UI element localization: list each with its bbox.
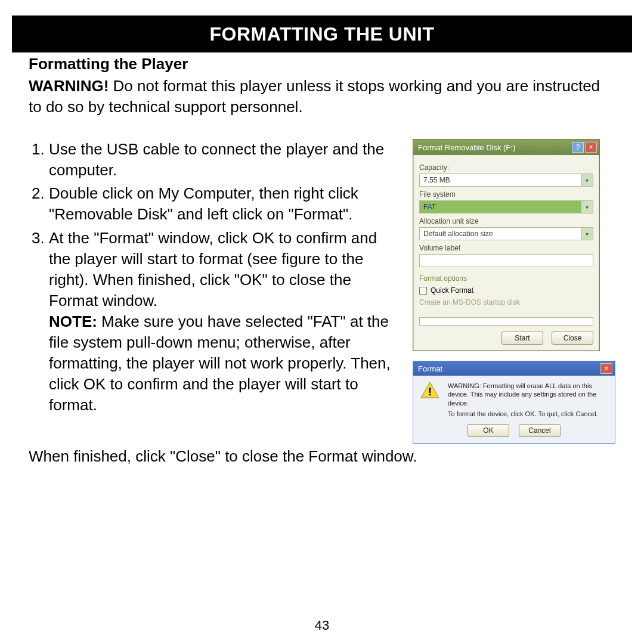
allocation-value: Default allocation size	[423, 230, 493, 238]
capacity-value: 7.55 MB	[423, 176, 450, 184]
chevron-down-icon: ▾	[581, 201, 593, 213]
warning-dialog: Format × ! WARNING: Formatting will eras…	[413, 361, 615, 444]
quick-format-label: Quick Format	[431, 286, 473, 295]
filesystem-combo[interactable]: FAT ▾	[419, 200, 593, 213]
manual-page: FORMATTING THE UNIT Formatting the Playe…	[0, 0, 644, 644]
note-label: NOTE:	[49, 312, 97, 330]
filesystem-value: FAT	[423, 203, 436, 211]
step-3-text: At the "Format" window, click OK to conf…	[49, 229, 377, 309]
figures-column: Format Removable Disk (F:) ? × Capacity:…	[413, 139, 615, 444]
warning-dialog-body: ! WARNING: Formatting will erase ALL dat…	[413, 376, 615, 420]
close-button-2[interactable]: Close	[552, 332, 593, 345]
section-header-title: FORMATTING THE UNIT	[210, 23, 435, 45]
allocation-combo[interactable]: Default allocation size ▾	[419, 227, 593, 240]
help-button[interactable]: ?	[572, 142, 584, 153]
warning-line-2: To format the device, click OK. To quit,…	[448, 410, 608, 418]
tail-sentence: When finished, click "Close" to close th…	[29, 446, 615, 467]
format-dialog-buttons: Start Close	[419, 332, 593, 345]
svg-text:!: !	[428, 386, 432, 398]
chevron-down-icon: ▾	[581, 228, 593, 240]
checkbox-icon	[419, 287, 427, 295]
content-row: Use the USB cable to connect the player …	[29, 139, 615, 444]
warning-dialog-title: Format	[418, 364, 442, 373]
volume-label: Volume label	[419, 244, 593, 252]
format-dialog-titlebar: Format Removable Disk (F:) ? ×	[413, 140, 599, 155]
warning-icon: !	[420, 382, 439, 398]
warning-dialog-text: WARNING: Formatting will erase ALL data …	[448, 382, 608, 418]
warning-line-1: WARNING: Formatting will erase ALL data …	[448, 382, 608, 407]
disabled-option: Create an MS-DOS startup disk	[419, 298, 593, 306]
format-dialog-body: Capacity: 7.55 MB ▾ File system FAT ▾ Al…	[413, 155, 599, 351]
warning-text: Do not format this player unless it stop…	[29, 77, 600, 116]
ok-button[interactable]: OK	[467, 424, 509, 437]
step-item: At the "Format" window, click OK to conf…	[49, 228, 402, 416]
step-item: Use the USB cable to connect the player …	[49, 139, 402, 181]
start-button[interactable]: Start	[501, 332, 543, 345]
format-options-label: Format options	[419, 274, 593, 283]
step-item: Double click on My Computer, then right …	[49, 183, 402, 225]
close-button[interactable]: ×	[585, 142, 597, 153]
progress-bar	[419, 317, 593, 326]
quick-format-option[interactable]: Quick Format	[419, 286, 593, 295]
subsection-heading: Formatting the Player	[29, 55, 615, 73]
allocation-label: Allocation unit size	[419, 217, 593, 225]
section-header: FORMATTING THE UNIT	[12, 16, 632, 52]
close-button[interactable]: ×	[600, 363, 612, 374]
capacity-label: Capacity:	[419, 163, 593, 172]
note-text: Make sure you have selected "FAT" at the…	[49, 312, 391, 414]
warning-paragraph: WARNING! Do not format this player unles…	[29, 76, 615, 117]
titlebar-buttons: ? ×	[572, 142, 597, 153]
warning-label: WARNING!	[29, 77, 109, 95]
volume-label-input[interactable]	[419, 254, 593, 267]
warning-dialog-titlebar: Format ×	[413, 361, 615, 376]
filesystem-label: File system	[419, 190, 593, 199]
cancel-button[interactable]: Cancel	[519, 424, 561, 437]
page-content: Formatting the Player WARNING! Do not fo…	[29, 55, 615, 608]
format-dialog: Format Removable Disk (F:) ? × Capacity:…	[413, 139, 600, 351]
capacity-combo[interactable]: 7.55 MB ▾	[419, 174, 593, 187]
chevron-down-icon: ▾	[581, 174, 593, 186]
warning-dialog-buttons: OK Cancel	[413, 420, 615, 443]
steps-list: Use the USB cable to connect the player …	[29, 139, 402, 416]
page-number: 43	[0, 618, 644, 633]
instructions-column: Use the USB cable to connect the player …	[29, 139, 413, 444]
format-dialog-title: Format Removable Disk (F:)	[418, 143, 515, 152]
